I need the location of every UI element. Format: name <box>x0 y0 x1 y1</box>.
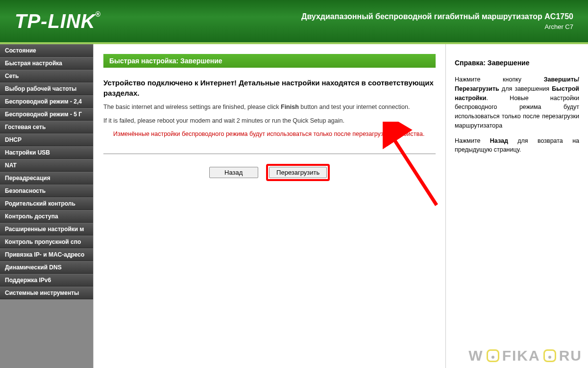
completion-text-1: The basic internet and wireless settings… <box>103 103 436 112</box>
section-header: Быстрая настройка: Завершение <box>103 54 436 68</box>
reboot-button[interactable]: Перезагрузить <box>269 167 327 178</box>
sidebar-item-access-control[interactable]: Контроль доступа <box>0 210 93 223</box>
sidebar-item-network[interactable]: Сеть <box>0 70 93 82</box>
divider <box>103 154 436 154</box>
back-button[interactable]: Назад <box>209 167 258 178</box>
help-title: Справка: Завершение <box>455 58 579 68</box>
product-title: Двухдиапазонный беспроводной гигабитный … <box>301 12 573 21</box>
sidebar-item-ipv6[interactable]: Поддержка IPv6 <box>0 274 93 287</box>
sidebar-nav: Состояние Быстрая настройка Сеть Выбор р… <box>0 44 93 368</box>
sidebar-item-wireless-24[interactable]: Беспроводной режим - 2,4 <box>0 95 93 108</box>
help-text-2: Нажмите Назад для возврата на предыдущую… <box>455 136 579 155</box>
brand-logo: TP-LINK® <box>15 10 101 32</box>
sidebar-item-parental[interactable]: Родительский контроль <box>0 197 93 210</box>
header: TP-LINK® Двухдиапазонный беспроводной ги… <box>0 0 588 44</box>
sidebar-item-nat[interactable]: NAT <box>0 159 93 172</box>
sidebar-item-band-select[interactable]: Выбор рабочей частоты <box>0 82 93 95</box>
completion-title: Устройство подключено к Интернет! Деталь… <box>103 78 436 98</box>
sidebar-item-guest[interactable]: Гостевая сеть <box>0 121 93 133</box>
sidebar-item-security[interactable]: Безопасность <box>0 184 93 197</box>
sidebar-item-ip-mac-binding[interactable]: Привязка IP- и MAC-адресо <box>0 248 93 261</box>
product-info: Двухдиапазонный беспроводной гигабитный … <box>301 12 573 30</box>
highlight-annotation: Перезагрузить <box>266 164 330 181</box>
product-model: Archer C7 <box>301 23 573 30</box>
sidebar-item-wireless-5[interactable]: Беспроводной режим - 5 Г <box>0 108 93 121</box>
help-text-1: Нажмите кнопку Завершить/Перезагрузить д… <box>455 75 579 131</box>
help-panel: Справка: Завершение Нажмите кнопку Завер… <box>446 44 588 368</box>
sidebar-item-status[interactable]: Состояние <box>0 44 93 57</box>
sidebar-item-bandwidth[interactable]: Контроль пропускной спо <box>0 236 93 248</box>
completion-warning: Изменённые настройки беспроводного режим… <box>113 130 436 139</box>
wifi-icon <box>487 349 499 362</box>
completion-text-2: If it is failed, please reboot your mode… <box>103 117 436 126</box>
sidebar-item-ddns[interactable]: Динамический DNS <box>0 261 93 274</box>
sidebar-item-usb[interactable]: Настройки USB <box>0 146 93 159</box>
sidebar-item-forwarding[interactable]: Переадресация <box>0 172 93 184</box>
button-row: Назад Перезагрузить <box>103 164 436 186</box>
sidebar-item-system-tools[interactable]: Системные инструменты <box>0 287 93 299</box>
sidebar-item-quick-setup[interactable]: Быстрая настройка <box>0 57 93 70</box>
main-panel: Быстрая настройка: Завершение Устройство… <box>93 44 446 368</box>
qr-icon <box>543 349 556 362</box>
sidebar-item-dhcp[interactable]: DHCP <box>0 133 93 146</box>
sidebar-item-advanced-routing[interactable]: Расширенные настройки м <box>0 223 93 236</box>
watermark: W FIKA RU <box>468 347 582 364</box>
